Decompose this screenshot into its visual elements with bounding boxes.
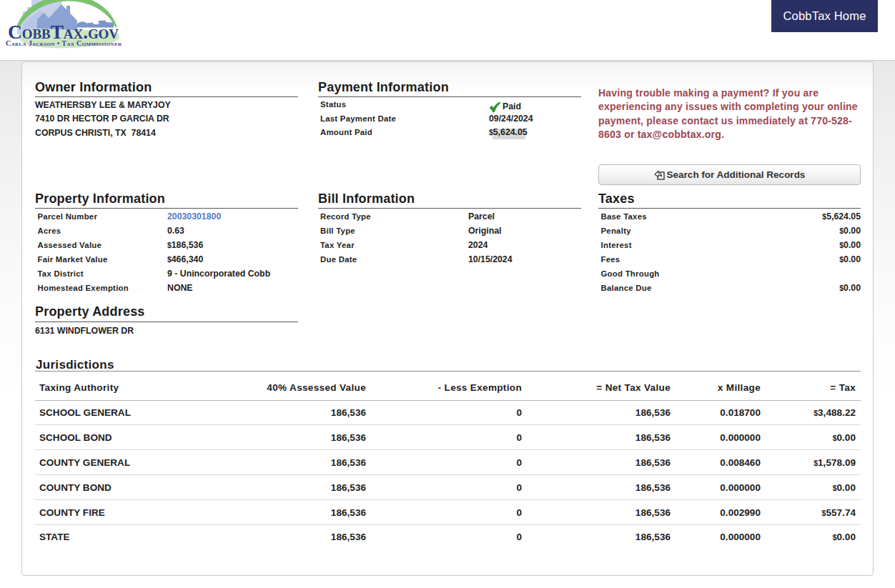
svg-text:Carla Jackson • Tax Commission: Carla Jackson • Tax Commissioner (6, 39, 122, 47)
